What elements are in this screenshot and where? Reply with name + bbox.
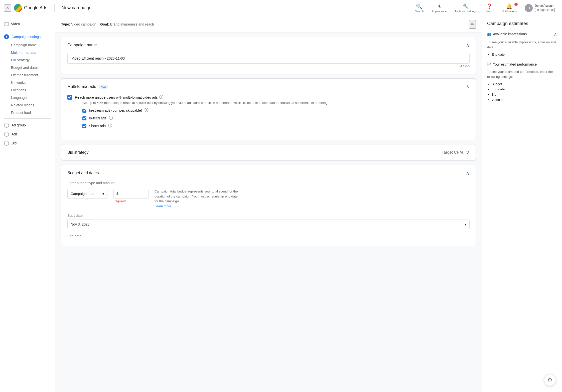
multi-format-collapse-button[interactable]: ∧ xyxy=(466,84,470,90)
account-button[interactable]: D Demo Account [no login email] xyxy=(522,3,558,14)
sidebar-item-bid-strategy[interactable]: Bid strategy xyxy=(0,56,55,64)
sidebar-item-ad-group[interactable]: Ad group xyxy=(0,121,55,130)
available-impressions-title: 👥 Available impressions xyxy=(487,32,527,36)
budget-amount-input[interactable] xyxy=(113,189,149,199)
right-panel: Campaign estimates 👥 Available impressio… xyxy=(482,16,562,392)
sidebar-item-campaign-settings[interactable]: Campaign settings xyxy=(0,32,55,41)
budget-dates-collapse-button[interactable]: ∧ xyxy=(466,170,470,176)
budget-section: Enter budget type and amount Campaign to… xyxy=(61,181,476,246)
sidebar-item-campaign-name[interactable]: Campaign name xyxy=(0,41,55,49)
nav-divider xyxy=(54,4,55,12)
budget-type-select[interactable]: Campaign total ▾ xyxy=(67,189,107,199)
account-info: Demo Account [no login email] xyxy=(535,4,555,12)
app-logo: Google Ads xyxy=(14,4,47,12)
sidebar-item-budget-dates[interactable]: Budget and dates xyxy=(0,64,55,71)
appearance-nav-label: Appearance xyxy=(432,10,447,13)
sidebar-lift-label: Lift measurement xyxy=(11,73,38,77)
sidebar-item-ads[interactable]: Ads xyxy=(0,130,55,139)
impressions-icon: 👥 xyxy=(487,32,491,36)
account-avatar: D xyxy=(525,4,533,12)
sidebar-campaign-name-label: Campaign name xyxy=(11,43,37,47)
estimated-performance-desc: To see your estimated performance, enter… xyxy=(487,69,557,79)
budget-type-label: Enter budget type and amount xyxy=(67,181,470,185)
dropdown-arrow-icon: ▾ xyxy=(102,192,104,196)
close-button[interactable]: × xyxy=(4,5,11,12)
multi-format-card-body: Reach more unique users with multi-forma… xyxy=(61,95,476,140)
account-name: Demo Account xyxy=(535,4,555,8)
sidebar-item-video[interactable]: Video xyxy=(0,20,55,28)
in-stream-label[interactable]: In-stream ads (bumper, skippable) xyxy=(89,108,142,112)
shorts-checkbox[interactable] xyxy=(82,124,86,128)
edit-type-goal-button[interactable]: ✏ xyxy=(469,20,476,29)
sidebar-item-related-videos[interactable]: Related videos xyxy=(0,101,55,109)
learn-more-link[interactable]: Learn more xyxy=(155,204,171,208)
in-feed-row: In-feed ads ⓘ xyxy=(82,115,328,121)
sidebar-ads-label: Ads xyxy=(12,132,18,136)
perf-list-item-2: Bid xyxy=(492,93,557,96)
tools-nav-button[interactable]: 🔧 Tools and settings xyxy=(452,2,480,14)
app-title: Google Ads xyxy=(24,5,47,11)
settings-fab[interactable]: ⚙ xyxy=(544,374,556,386)
in-feed-help-icon[interactable]: ⓘ xyxy=(109,115,113,121)
shorts-label[interactable]: Shorts ads xyxy=(89,124,106,128)
currency-symbol: $ xyxy=(116,192,118,196)
calendar-icon: ▾ xyxy=(465,222,466,226)
in-stream-checkbox[interactable] xyxy=(82,109,86,113)
sidebar-divider-2 xyxy=(4,118,51,119)
main-checkbox-desc: Get up to 50% more unique reach at a low… xyxy=(82,101,328,105)
help-nav-button[interactable]: ❓ Help xyxy=(482,2,497,14)
sidebar-item-networks[interactable]: Networks xyxy=(0,79,55,86)
multi-format-card-header[interactable]: Multi-format ads New ∧ xyxy=(61,79,476,95)
available-impressions-header: 👥 Available impressions ∧ xyxy=(487,31,557,37)
type-goal-bar: Type: Video campaign Goal: Brand awarene… xyxy=(55,16,482,33)
multi-format-main-checkbox[interactable] xyxy=(67,95,72,100)
multi-format-card-title: Multi-format ads New xyxy=(67,84,108,89)
campaign-name-card-body: 34 / 256 xyxy=(61,53,476,74)
available-impressions-collapse[interactable]: ∧ xyxy=(554,31,557,37)
bid-icon xyxy=(4,141,9,146)
impressions-list-item-0: End date xyxy=(492,53,557,56)
budget-dates-card-header[interactable]: Budget and dates ∧ xyxy=(61,165,476,181)
shorts-help-icon[interactable]: ⓘ xyxy=(108,123,112,128)
campaign-name-input[interactable] xyxy=(67,53,470,64)
appearance-nav-button[interactable]: ☀ Appearance xyxy=(429,2,450,14)
type-label: Type: xyxy=(61,22,70,26)
in-feed-checkbox[interactable] xyxy=(82,116,86,120)
settings-fab-icon: ⚙ xyxy=(547,377,552,383)
top-nav: × Google Ads New campaign 🔍 Search ☀ App… xyxy=(0,0,562,16)
sidebar-item-languages[interactable]: Languages xyxy=(0,94,55,101)
campaign-name-card-title: Campaign name xyxy=(67,43,97,47)
sidebar-item-lift-measurement[interactable]: Lift measurement xyxy=(0,71,55,79)
bid-strategy-collapse-button[interactable]: ∨ xyxy=(466,149,470,155)
available-impressions-desc: To see your available impressions, enter… xyxy=(487,40,557,50)
sidebar-item-multi-format-ads[interactable]: Multi-format ads xyxy=(0,49,55,56)
sidebar-item-product-feed[interactable]: Product feed xyxy=(0,109,55,116)
sidebar-item-locations[interactable]: Locations xyxy=(0,86,55,94)
notifications-nav-button[interactable]: 🔔 1 Notifications xyxy=(499,2,520,14)
main-checkbox-label[interactable]: Reach more unique users with multi-forma… xyxy=(75,95,328,100)
content-area: Type: Video campaign Goal: Brand awarene… xyxy=(55,16,482,392)
in-stream-help-icon[interactable]: ⓘ xyxy=(145,108,149,113)
sidebar-bid-strategy-label: Bid strategy xyxy=(11,58,30,62)
help-icon: ❓ xyxy=(486,3,492,9)
account-email: [no login email] xyxy=(535,8,555,12)
start-date-picker[interactable]: Nov 3, 2023 ▾ xyxy=(67,220,470,229)
video-icon xyxy=(5,22,9,26)
sidebar-item-bid[interactable]: Bid xyxy=(0,139,55,148)
performance-icon: 📈 xyxy=(487,62,491,66)
search-nav-button[interactable]: 🔍 Search xyxy=(412,2,427,14)
sidebar-divider-1 xyxy=(4,30,51,30)
perf-list-item-1: End date xyxy=(492,87,557,91)
bid-strategy-card: Bid strategy Target CPM ∨ xyxy=(61,144,476,161)
in-feed-label[interactable]: In-feed ads xyxy=(89,116,106,120)
notifications-nav-label: Notifications xyxy=(502,10,517,13)
bid-strategy-card-header[interactable]: Bid strategy Target CPM ∨ xyxy=(61,144,476,160)
main-help-icon[interactable]: ⓘ xyxy=(159,95,163,100)
goal-label: Goal: xyxy=(100,22,109,26)
campaign-name-collapse-button[interactable]: ∧ xyxy=(466,42,470,48)
sidebar-video-label: Video xyxy=(11,22,20,26)
sidebar-languages-label: Languages xyxy=(11,96,28,100)
bid-strategy-value: Target CPM xyxy=(442,150,463,155)
notification-badge: 1 xyxy=(514,3,518,6)
campaign-name-card-header[interactable]: Campaign name ∧ xyxy=(61,37,476,53)
